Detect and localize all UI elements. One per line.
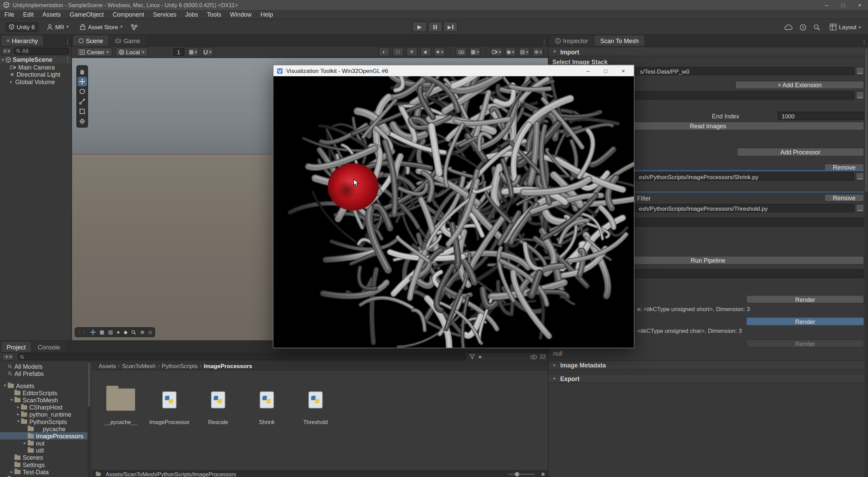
add-processor-button[interactable]: Add Processor — [737, 148, 864, 156]
rect-tool-button[interactable] — [77, 107, 87, 116]
project-tree-item-packages[interactable]: ▸Packages — [0, 475, 88, 477]
import-section-header[interactable]: ▾ Import — [548, 47, 865, 56]
search-by-label-icon[interactable]: ★ — [478, 354, 482, 360]
pause-button[interactable] — [428, 22, 442, 32]
step-button[interactable]: ▶ — [444, 22, 458, 32]
browse-image-stack-button[interactable]: ... — [856, 67, 864, 75]
scrollbar-thumb[interactable] — [865, 48, 868, 192]
export-header[interactable]: ▸ Export — [548, 374, 865, 383]
account-dropdown[interactable]: MR ▾ — [43, 22, 71, 32]
scene-options-icon[interactable]: ⋮ — [64, 56, 71, 63]
graph-tool-icon[interactable] — [131, 23, 138, 30]
file-item-shrink[interactable]: Shrink — [242, 384, 291, 425]
cloud-icon[interactable] — [785, 24, 793, 30]
menu-edit[interactable]: Edit — [19, 10, 38, 19]
menu-gameobject[interactable]: GameObject — [65, 10, 108, 19]
breadcrumb-imageprocessors[interactable]: ImageProcessors — [204, 362, 252, 369]
grid-visibility-dropdown[interactable]: ▦▾ — [469, 47, 481, 56]
tab-scene[interactable]: Scene — [73, 35, 109, 46]
foldout-arrow-icon[interactable]: ▸ — [22, 440, 28, 445]
project-tree-item-python-runtime[interactable]: ▸python_runtime — [0, 411, 88, 418]
search-icon[interactable] — [813, 23, 820, 31]
hierarchy-search-input[interactable]: All — [13, 47, 70, 54]
foldout-arrow-icon[interactable]: ▾ — [0, 57, 5, 62]
tab-project[interactable]: Project — [1, 342, 31, 352]
close-button[interactable]: × — [851, 0, 868, 10]
view-tool-button[interactable] — [77, 67, 87, 76]
vtk-maximize-button[interactable]: □ — [598, 65, 613, 76]
menu-services[interactable]: Services — [148, 10, 181, 19]
hierarchy-item-main-camera[interactable]: Main Camera — [0, 63, 71, 71]
foldout-arrow-icon[interactable]: ▾ — [2, 383, 8, 388]
favorite-all-prefabs[interactable]: All Prefabs — [0, 370, 88, 377]
inspector-scrollbar[interactable] — [865, 46, 868, 477]
create-object-button[interactable]: +▾ — [2, 47, 12, 54]
panel-menu-icon[interactable]: ⋮ — [64, 39, 71, 46]
snap-overlay-icon[interactable]: ⊕ — [140, 329, 144, 335]
browse-shrink-button[interactable]: ... — [856, 172, 864, 180]
file-item-imageprocessor[interactable]: ImageProcessor — [145, 384, 194, 425]
play-button[interactable]: ▶ — [412, 22, 427, 32]
drag-handle-icon[interactable]: ⋮⋮ — [77, 330, 86, 335]
tab-inspector[interactable]: Inspector — [550, 35, 594, 46]
grid-snapping-dropdown[interactable]: ▦▾ — [187, 47, 199, 56]
hidden-packages-eye-icon[interactable] — [530, 355, 537, 359]
twod-toggle[interactable]: □ — [393, 47, 404, 56]
project-tree-item-imageprocessors[interactable]: ImageProcessors — [0, 432, 88, 439]
file-item-threshold[interactable]: Threshold — [291, 384, 340, 425]
project-tree-item-test-data[interactable]: ▸Test-Data — [0, 468, 88, 475]
project-tree-item-scantomesh[interactable]: ▾ScanToMesh — [0, 396, 88, 403]
render-short-button[interactable]: Render — [746, 295, 864, 303]
file-item-pycache[interactable]: __pycache__ — [96, 384, 145, 425]
render-null-button[interactable]: Render — [746, 339, 864, 347]
unity-version-button[interactable]: Unity 6 — [5, 22, 38, 32]
tool-pivot-dropdown[interactable]: Center ▾ — [76, 47, 112, 56]
transform-tool-button[interactable] — [77, 117, 87, 126]
measure-overlay-icon[interactable]: ◇ — [148, 329, 152, 335]
project-tree-item-pycache[interactable]: __pycache__ — [0, 425, 88, 432]
overlays-dropdown[interactable]: ▤▾ — [519, 47, 530, 56]
menu-component[interactable]: Component — [108, 10, 149, 19]
brush-overlay-icon[interactable]: ◆ — [124, 329, 127, 335]
globe-dropdown[interactable]: ⊕▾ — [532, 47, 544, 56]
project-tree-item-scenes[interactable]: Scenes — [0, 454, 88, 461]
snap-increment-dropdown[interactable]: ▾ — [202, 47, 213, 56]
move-overlay-icon[interactable] — [90, 329, 96, 335]
browse-threshold-button[interactable]: ... — [856, 204, 864, 212]
gizmos-dropdown[interactable]: ◉▾ — [505, 47, 516, 56]
render-char-button[interactable]: Render — [746, 317, 864, 325]
menu-window[interactable]: Window — [225, 10, 256, 19]
tool-space-dropdown[interactable]: Local ▾ — [115, 47, 148, 56]
menu-help[interactable]: Help — [256, 10, 277, 19]
hierarchy-item-global-volume[interactable]: ◐ Global Volume — [0, 78, 71, 85]
project-tree-item-csharphost[interactable]: ▸CSharpHost — [0, 403, 88, 411]
panel-menu-icon[interactable]: ⋮ — [860, 39, 868, 46]
grid-overlay-icon[interactable]: ▦ — [100, 329, 104, 335]
tab-hierarchy[interactable]: ≡ Hierarchy — [1, 35, 43, 46]
image-metadata-header[interactable]: ▸ Image Metadata — [548, 360, 865, 370]
foldout-arrow-icon[interactable]: ▾ — [16, 419, 21, 424]
move-tool-button[interactable] — [77, 77, 87, 86]
menu-jobs[interactable]: Jobs — [181, 10, 202, 19]
search-overlay-icon[interactable] — [131, 330, 137, 335]
add-extension-button[interactable]: + Add Extension — [735, 81, 864, 89]
menu-file[interactable]: File — [0, 10, 19, 19]
grid-view-dot-icon[interactable] — [541, 473, 545, 476]
menu-tools[interactable]: Tools — [202, 10, 225, 19]
project-tree-item-pythonscripts[interactable]: ▾PythonScripts — [0, 418, 88, 425]
foldout-arrow-icon[interactable]: ▸ — [16, 412, 21, 417]
file-item-rescale[interactable]: Rescale — [194, 384, 242, 425]
tab-scan-to-mesh[interactable]: Scan To Mesh — [595, 35, 644, 46]
vtk-minimize-button[interactable]: – — [581, 65, 595, 76]
project-tree-item-util[interactable]: util — [0, 446, 88, 454]
asset-store-dropdown[interactable]: Asset Store ▾ — [77, 22, 125, 32]
foldout-arrow-icon[interactable]: ▾ — [9, 397, 14, 402]
create-asset-button[interactable]: +▾ — [2, 353, 15, 360]
vtk-window[interactable]: Visualization Toolkit - Win32OpenGL #6 –… — [273, 65, 634, 348]
scene-audio-toggle[interactable] — [420, 47, 431, 56]
breadcrumb-scantomesh[interactable]: ScanToMesh — [122, 362, 156, 369]
project-tree-item-editorscripts[interactable]: EditorScripts — [0, 389, 88, 396]
layout-dropdown[interactable]: Layout ▾ — [827, 23, 864, 32]
sphere-overlay-icon[interactable]: ● — [117, 329, 120, 335]
project-search-input[interactable] — [17, 353, 467, 360]
